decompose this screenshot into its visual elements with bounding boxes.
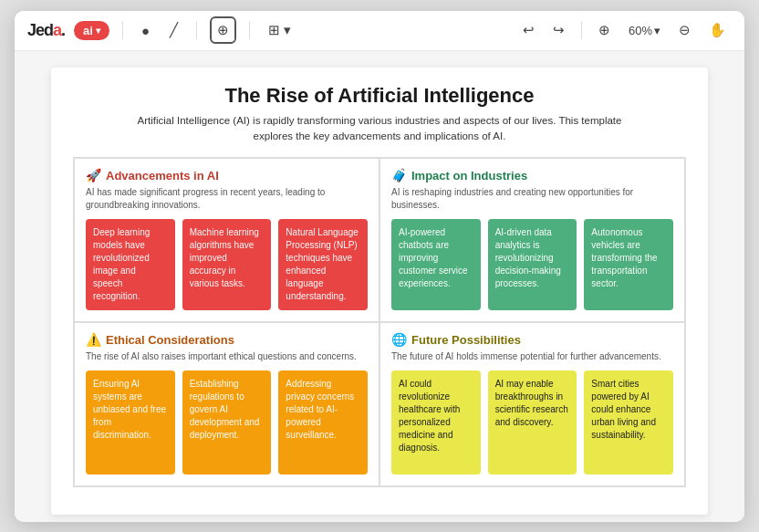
toolbar-separator-4 [581,21,582,39]
advancements-cards: Deep learning models have revolutionized… [86,219,368,310]
considerations-desc: The rise of AI also raises important eth… [86,350,368,363]
impact-card-1: AI-powered chatbots are improving custom… [391,219,481,310]
impact-cards: AI-powered chatbots are improving custom… [391,219,673,310]
dot-tool-button[interactable]: ● [136,19,155,42]
considerations-icon: ⚠️ [86,332,101,347]
considerations-card-1: Ensuring AI systems are unbiased and fre… [86,370,175,475]
chevron-down-icon: ▾ [96,26,100,36]
zoom-out-button[interactable]: ⊖ [673,18,696,42]
impact-title: Impact on Industries [411,169,527,183]
possibilities-icon: 🌐 [391,332,407,347]
quadrant-considerations-header: ⚠️ Ethical Considerations [86,332,368,347]
possibilities-cards: AI could revolutionize healthcare with p… [391,370,673,475]
grid-tool-button[interactable]: ⊞ ▾ [263,18,296,42]
considerations-card-3: Addressing privacy concerns related to A… [278,370,368,475]
quadrant-advancements-header: 🚀 Advancements in AI [86,168,368,183]
zoom-level[interactable]: 60% ▾ [623,21,666,40]
slide-subtitle: Artificial Intelligence (AI) is rapidly … [124,113,635,145]
quadrants-grid: 🚀 Advancements in AI AI has made signifi… [73,157,686,487]
slide-title: The Rise of Artificial Intelligence [224,84,534,108]
considerations-title: Ethical Considerations [106,333,234,347]
advancements-card-1: Deep learning models have revolutionized… [86,219,175,310]
possibilities-card-2: AI may enable breakthroughs in scientifi… [488,370,577,475]
toolbar-separator-3 [249,21,250,39]
quadrant-impact-header: 🧳 Impact on Industries [391,168,673,183]
redo-button[interactable]: ↪ [547,18,570,42]
logo: Jeda. [27,21,65,40]
undo-button[interactable]: ↩ [517,18,540,42]
line-tool-button[interactable]: ╱ [164,18,183,42]
quadrant-considerations: ⚠️ Ethical Considerations The rise of AI… [74,322,380,486]
advancements-card-3: Natural Language Processing (NLP) techni… [278,219,368,310]
quadrant-impact: 🧳 Impact on Industries AI is reshaping i… [380,158,685,322]
possibilities-title: Future Possibilities [411,333,521,347]
possibilities-card-3: Smart cities powered by AI could enhance… [584,370,673,475]
advancements-title: Advancements in AI [106,169,219,183]
ai-tool-button[interactable]: ai ▾ [74,21,109,40]
ai-label: ai [83,24,93,37]
toolbar-right: ↩ ↪ ⊕ 60% ▾ ⊖ ✋ [517,18,732,42]
zoom-in-button[interactable]: ⊕ [593,18,616,42]
canvas-area: The Rise of Artificial Intelligence Arti… [15,51,744,522]
considerations-cards: Ensuring AI systems are unbiased and fre… [86,370,368,475]
cursor-tool-button[interactable]: ⊕ [210,16,236,44]
considerations-card-2: Establishing regulations to govern AI de… [182,370,272,475]
quadrant-possibilities: 🌐 Future Possibilities The future of AI … [380,322,685,486]
zoom-chevron: ▾ [654,24,660,37]
advancements-card-2: Machine learning algorithms have improve… [182,219,272,310]
impact-icon: 🧳 [391,168,407,183]
possibilities-card-1: AI could revolutionize healthcare with p… [391,370,481,475]
impact-desc: AI is reshaping industries and creating … [391,186,673,212]
possibilities-desc: The future of AI holds immense potential… [391,350,673,363]
toolbar-separator-2 [196,21,197,39]
toolbar: Jeda. ai ▾ ● ╱ ⊕ ⊞ ▾ ↩ ↪ ⊕ 60% ▾ ⊖ ✋ [15,11,744,51]
slide: The Rise of Artificial Intelligence Arti… [51,68,708,515]
quadrant-possibilities-header: 🌐 Future Possibilities [391,332,673,347]
advancements-desc: AI has made significant progress in rece… [86,186,368,212]
quadrant-advancements: 🚀 Advancements in AI AI has made signifi… [74,158,380,322]
logo-accent: a [53,21,61,39]
hand-tool-button[interactable]: ✋ [703,18,732,42]
advancements-icon: 🚀 [86,168,101,183]
toolbar-separator [122,21,123,39]
impact-card-3: Autonomous vehicles are transforming the… [584,219,673,310]
impact-card-2: AI-driven data analytics is revolutioniz… [488,219,577,310]
zoom-value: 60% [629,24,652,37]
